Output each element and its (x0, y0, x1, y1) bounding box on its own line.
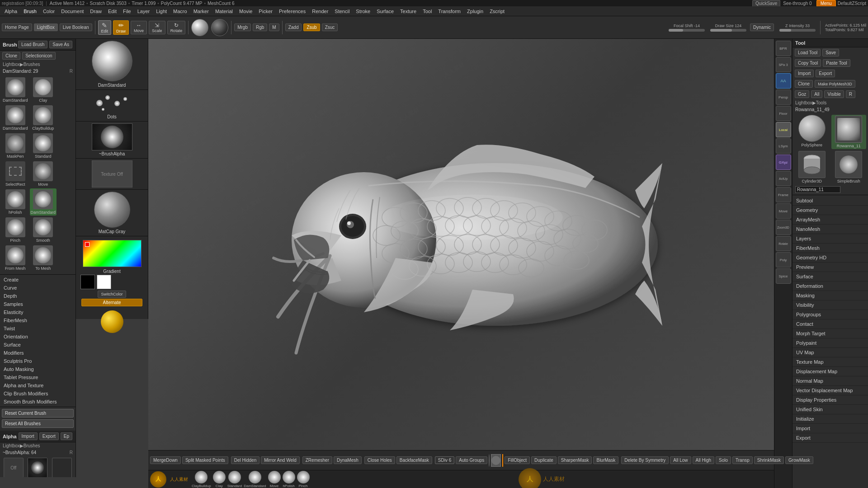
goz-btn[interactable]: Goz (795, 90, 809, 98)
polysphere-tool[interactable]: PolySphere (794, 115, 830, 149)
z-intensity-slider[interactable] (779, 29, 816, 32)
merge-down-btn[interactable]: MergeDown (150, 456, 181, 464)
option-clip-brush[interactable]: Clip Brush Modifiers (0, 389, 75, 398)
brush-damstandard2[interactable]: DamStandard (2, 104, 29, 131)
bottom-pinch[interactable]: Pinch (297, 471, 310, 488)
focal-shift-area[interactable]: Focal Shift -14 (669, 23, 705, 32)
fibermesh-item[interactable]: FiberMesh (793, 244, 868, 253)
reset-current-btn[interactable]: Reset Current Brush (2, 409, 74, 418)
menu-preferences[interactable]: Preferences (276, 8, 308, 15)
option-modifiers[interactable]: Modifiers (0, 349, 75, 357)
alpha-item-off[interactable]: Off Alpha Off (2, 458, 25, 477)
copy-tool-btn[interactable]: Copy Tool (795, 59, 821, 67)
m-btn[interactable]: M (269, 23, 279, 31)
menu-stroke[interactable]: Stroke (353, 8, 373, 15)
uv-map-item[interactable]: UV Map (793, 348, 868, 357)
brushalpha-preview[interactable]: ~BrushAlpha (76, 121, 148, 158)
make-polymesh-btn[interactable]: Make PolyMesh3D (815, 80, 855, 88)
menu-marker[interactable]: Marker (191, 8, 212, 15)
polygroups-item[interactable]: Polygroups (793, 310, 868, 319)
sharpen-mask-btn[interactable]: SharpenMask (558, 456, 592, 464)
sdiv-btn[interactable]: SDiv 6 (435, 456, 454, 464)
del-hidden-btn[interactable]: Del Hidden (231, 456, 259, 464)
unified-skin-item[interactable]: Unified Skin (793, 405, 868, 414)
vector-displacement-map-item[interactable]: Vector Displacement Map (793, 386, 868, 395)
alpha-import-btn[interactable]: Import (19, 432, 38, 440)
option-tablet-pressure[interactable]: Tablet Pressure (0, 373, 75, 381)
live-boolean-btn[interactable]: Live Boolean (60, 23, 92, 31)
zremesher-btn[interactable]: ZRemesher (302, 456, 332, 464)
display-properties-item[interactable]: Display Properties (793, 395, 868, 405)
menu-draw[interactable]: Draw (87, 8, 104, 15)
close-holes-btn[interactable]: Close Holes (364, 456, 395, 464)
zoom3d-icon-btn[interactable]: Zoom3D (776, 220, 791, 235)
brush-clay[interactable]: Clay (30, 76, 57, 103)
option-smooth-brush[interactable]: Smooth Brush Modifiers (0, 398, 75, 406)
option-depth[interactable]: Depth (0, 292, 75, 300)
solo-btn[interactable]: Solo (716, 456, 731, 464)
option-auto-masking[interactable]: Auto Masking (0, 365, 75, 373)
bottom-hpolish[interactable]: hPolish (283, 471, 295, 488)
reset-all-btn[interactable]: Reset All Brushes (2, 419, 74, 428)
option-sculptris[interactable]: Sculptris Pro (0, 357, 75, 365)
menu-macro[interactable]: Macro (170, 8, 190, 15)
load-brush-btn[interactable]: Load Brush (18, 41, 47, 48)
gradient-picker[interactable] (83, 240, 142, 267)
menu-file[interactable]: File (120, 8, 134, 15)
brush-selectrect[interactable]: SelectRect (2, 160, 29, 188)
menu-picker[interactable]: Picker (256, 8, 275, 15)
brush-move[interactable]: Move (30, 160, 57, 188)
preview-item[interactable]: Preview (793, 263, 868, 272)
subtool-item[interactable]: Subtool (793, 196, 868, 206)
focal-shift-slider[interactable] (669, 29, 705, 32)
brush-from-mesh[interactable]: From Mesh (2, 244, 29, 272)
import-item[interactable]: Import (793, 424, 868, 433)
rotate-icon-btn[interactable]: Rotate (776, 236, 791, 251)
menu-movie[interactable]: Movie (236, 8, 255, 15)
edit-btn[interactable]: ✎ Edit (98, 20, 112, 35)
normal-map-item[interactable]: Normal Map (793, 376, 868, 386)
frame-icon-btn[interactable]: Frame (776, 187, 791, 202)
quicksave-btn[interactable]: QuickSave (752, 0, 780, 7)
material-swatch[interactable] (502, 454, 503, 467)
geometry-item[interactable]: Geometry (793, 206, 868, 215)
blur-mask-btn[interactable]: BlurMask (593, 456, 618, 464)
auto-groups-btn[interactable]: Auto Groups (456, 456, 487, 464)
option-surface[interactable]: Surface (0, 341, 75, 349)
clone-btn[interactable]: Clone (2, 52, 20, 60)
menu-layer[interactable]: Layer (135, 8, 153, 15)
gxyz-icon-btn[interactable]: GXyz (776, 155, 791, 170)
displacement-map-item[interactable]: Displacement Map (793, 367, 868, 376)
lightbox-btn[interactable]: LightBox (34, 23, 58, 31)
actup-icon-btn[interactable]: ActUp (776, 171, 791, 186)
brush-to-mesh[interactable]: To Mesh (30, 244, 57, 272)
alpha-item-01[interactable]: Alpha 01 (50, 458, 74, 477)
mrgb-btn[interactable]: Mrgb (234, 23, 251, 31)
texture-map-item[interactable]: Texture Map (793, 357, 868, 367)
contact-item[interactable]: Contact (793, 319, 868, 329)
switch-color-btn[interactable]: SwitchColor (98, 291, 126, 298)
menu-brush[interactable]: Brush (21, 8, 39, 15)
bottom-standard[interactable]: Standard (227, 471, 242, 488)
polypaint-item[interactable]: Polypaint (793, 338, 868, 348)
initialize-item[interactable]: Initialize (793, 414, 868, 424)
bottom-damstandard[interactable]: DamStandard (244, 471, 266, 488)
material-preview[interactable] (191, 19, 208, 36)
alpha-ep-btn[interactable]: Ep (61, 432, 72, 440)
brush-pinch[interactable]: Pinch (2, 216, 29, 244)
tool-clone-btn[interactable]: Clone (795, 80, 813, 88)
menu-edit[interactable]: Edit (105, 8, 119, 15)
option-create[interactable]: Create (0, 276, 75, 284)
brush-standard[interactable]: Standard (30, 132, 57, 160)
local-icon-btn[interactable]: Local (776, 122, 791, 137)
dots-preview[interactable]: Dots (76, 89, 148, 121)
home-page-btn[interactable]: Home Page (2, 23, 32, 31)
all-high-btn[interactable]: All High (693, 456, 714, 464)
persp-icon-btn[interactable]: Persp (776, 89, 791, 105)
option-samples[interactable]: Samples (0, 300, 75, 308)
tool-export-btn[interactable]: Export (816, 70, 835, 77)
save-as-btn[interactable]: Save As (49, 41, 72, 48)
menu-btn[interactable]: Menu (816, 0, 836, 7)
r-btn[interactable]: R (846, 90, 855, 98)
spice-icon-btn[interactable]: Spice (776, 268, 791, 284)
